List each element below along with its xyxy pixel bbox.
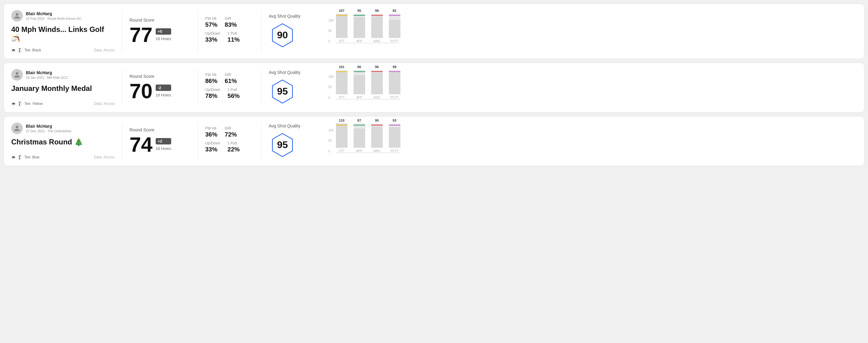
y-label-100: 100	[328, 129, 334, 132]
card-footer: 🌧 🏌 Tee: Black Data: Arccos	[11, 48, 115, 53]
user-name: Blair McHarg	[26, 70, 68, 75]
bar-column: 107 OTT	[336, 14, 347, 43]
bar-fill	[389, 20, 400, 38]
bar-column: 82 PUTT	[389, 14, 400, 43]
hexagon-score: 90	[277, 30, 288, 41]
score-row: 70 -2 18 Holes	[129, 81, 190, 101]
bar-value: 87	[358, 119, 361, 122]
quality-section: Avg Shot Quality 95	[269, 123, 323, 160]
stats-section: FW Hit 36% GIR 72% Up/Down 33% 1 Putt	[205, 123, 254, 160]
gir-value: 83%	[225, 21, 237, 28]
user-details: Blair McHarg 29 Jan 2022 · Mill Ride GCC	[26, 70, 68, 80]
divider-1	[122, 69, 122, 106]
weather-icon: 🌧	[11, 48, 16, 53]
quality-section: Avg Shot Quality 95	[269, 69, 323, 106]
bar-value: 98	[375, 9, 379, 12]
score-diff-badge: +2	[156, 138, 171, 145]
score-holes: 18 Holes	[156, 93, 171, 97]
stats-pair-top: FW Hit 57% GIR 83%	[205, 17, 254, 31]
bar-fill	[353, 129, 365, 148]
stat-gir: GIR 83%	[225, 17, 237, 31]
bar-background	[336, 123, 347, 148]
bar-value: 95	[358, 9, 361, 12]
bar-column: 86 APP	[353, 70, 365, 99]
stat-fw-hit: FW Hit 57%	[205, 17, 217, 28]
data-source: Data: Arccos	[94, 101, 115, 106]
bar-column: 101 OTT	[336, 70, 347, 99]
tee-info: 🌧 🏌 Tee: Yellow	[11, 101, 42, 106]
score-diff-badge: -2	[156, 85, 171, 91]
score-meta: +2 18 Holes	[156, 138, 171, 151]
bar-x-label: PUTT	[391, 149, 399, 153]
bar-column: 99 PUTT	[389, 70, 400, 99]
divider-2	[197, 10, 198, 53]
bar-line	[336, 125, 347, 126]
score-row: 77 +5 18 Holes	[129, 24, 190, 45]
tee-label: Tee: Yellow	[24, 101, 42, 106]
round-score-label: Round Score	[129, 74, 190, 79]
gir-label: GIR	[225, 73, 237, 77]
bar-value: 99	[393, 65, 397, 69]
round-card: Blair McHarg 27 Dec 2021 · The Oxfordshi…	[4, 116, 864, 166]
tee-label: Tee: Blue	[24, 155, 39, 159]
user-info: Blair McHarg 12 Feb 2022 · Royal North D…	[11, 10, 115, 22]
divider-3	[261, 123, 261, 160]
updown-value: 33%	[205, 36, 220, 43]
quality-label: Avg Shot Quality	[269, 70, 300, 75]
score-holes: 18 Holes	[156, 146, 171, 151]
bar-line	[353, 125, 365, 126]
bar-line	[336, 71, 347, 72]
score-meta: -2 18 Holes	[156, 85, 171, 97]
stat-gir: GIR 72%	[225, 126, 237, 141]
y-label-50: 50	[328, 86, 334, 89]
score-number: 70	[129, 81, 153, 101]
y-label-100: 100	[328, 75, 334, 79]
bar-x-label: ARG	[374, 39, 380, 43]
bar-x-label: ARG	[374, 96, 380, 99]
fw-hit-value: 36%	[205, 131, 217, 138]
y-label-100: 100	[328, 19, 334, 22]
round-title: January Monthly Medal	[11, 84, 115, 93]
divider-3	[261, 69, 261, 106]
y-label-0: 0	[328, 40, 334, 43]
bar-column: 93 PUTT	[389, 123, 400, 153]
hexagon: 95	[269, 78, 296, 105]
round-title: 40 Mph Winds... Links Golf 🪃	[11, 25, 115, 43]
bar-background	[353, 123, 365, 148]
one-putt-label: 1 Putt	[227, 31, 240, 36]
user-icon	[14, 125, 20, 132]
user-date-course: 29 Jan 2022 · Mill Ride GCC	[26, 76, 68, 80]
divider-1	[122, 10, 122, 53]
bar-value: 107	[339, 9, 344, 12]
score-number: 74	[129, 134, 153, 155]
bar-line	[389, 125, 400, 126]
fw-hit-label: FW Hit	[205, 17, 217, 21]
bar-line	[353, 71, 365, 72]
score-diff-badge: +5	[156, 28, 171, 35]
fw-hit-value: 86%	[205, 77, 217, 85]
user-icon	[14, 71, 20, 78]
user-icon	[14, 12, 20, 19]
data-source: Data: Arccos	[94, 48, 115, 52]
bar-value: 93	[393, 119, 397, 122]
hexagon-score: 95	[277, 139, 288, 151]
one-putt-value: 56%	[227, 92, 240, 99]
user-info: Blair McHarg 29 Jan 2022 · Mill Ride GCC	[11, 69, 115, 81]
hexagon-score: 95	[277, 86, 288, 97]
bar-fill	[389, 127, 400, 148]
bar-x-label: ARG	[374, 149, 380, 153]
updown-value: 78%	[205, 92, 220, 99]
round-card: Blair McHarg 12 Feb 2022 · Royal North D…	[4, 4, 864, 59]
y-label-0: 0	[328, 96, 334, 99]
avatar	[11, 69, 23, 81]
score-number: 77	[129, 24, 153, 45]
hexagon: 95	[269, 131, 296, 159]
bar-background	[371, 123, 383, 148]
bar-fill	[371, 17, 383, 38]
chart-y-labels: 100 50 0	[328, 129, 335, 153]
one-putt-value: 11%	[227, 36, 240, 43]
bar-background	[389, 14, 400, 38]
bar-line	[371, 15, 383, 16]
bar-fill	[371, 73, 383, 94]
chart-section: 100 50 0 107 OTT 95 APP	[323, 10, 857, 53]
